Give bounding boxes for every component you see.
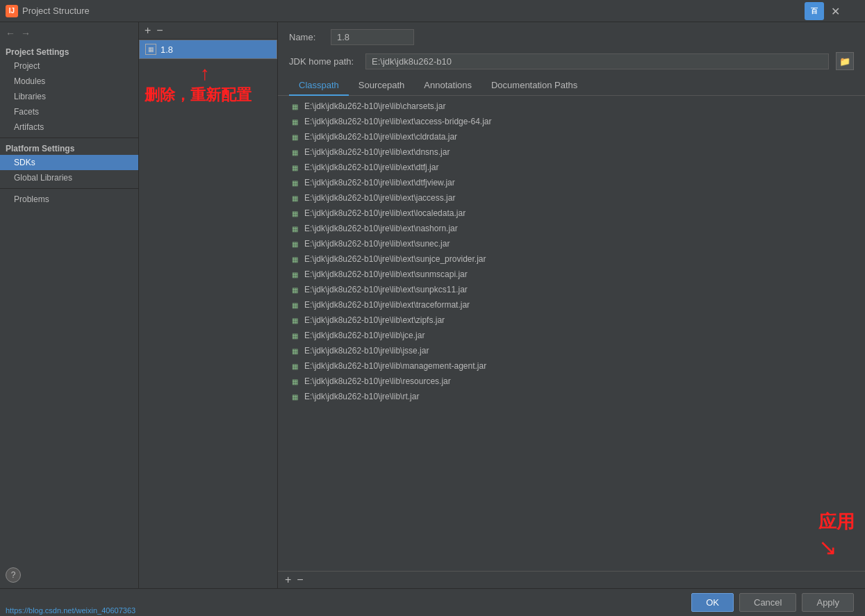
jdk-path-input[interactable] xyxy=(365,53,829,69)
sidebar-item-artifacts[interactable]: Artifacts xyxy=(0,119,138,135)
list-item[interactable]: ▦E:\jdk\jdk8u262-b10\jre\lib\ext\dtfj.ja… xyxy=(278,160,865,175)
jar-icon: ▦ xyxy=(289,192,300,203)
sdk-list-toolbar: + − xyxy=(139,22,277,40)
sidebar-item-problems[interactable]: Problems xyxy=(0,192,138,207)
url-bar: https://blog.csdn.net/weixin_40607363 xyxy=(0,605,141,616)
project-settings-header: Project Settings xyxy=(0,44,138,58)
sidebar-item-libraries[interactable]: Libraries xyxy=(0,89,138,104)
classpath-list: ▦E:\jdk\jdk8u262-b10\jre\lib\charsets.ja… xyxy=(278,96,865,571)
tabs-bar: Classpath Sourcepath Annotations Documen… xyxy=(278,76,865,96)
sidebar-item-project[interactable]: Project xyxy=(0,58,138,74)
list-item[interactable]: ▦E:\jdk\jdk8u262-b10\jre\lib\ext\cldrdat… xyxy=(278,129,865,144)
list-item[interactable]: ▦E:\jdk\jdk8u262-b10\jre\lib\jsse.jar xyxy=(278,343,865,358)
app-icon: IJ xyxy=(6,5,18,17)
name-input[interactable] xyxy=(331,29,414,45)
jar-icon: ▦ xyxy=(289,162,300,173)
jar-icon: ▦ xyxy=(289,345,300,356)
list-item[interactable]: ▦E:\jdk\jdk8u262-b10\jre\lib\ext\tracefo… xyxy=(278,297,865,313)
remove-sdk-button[interactable]: − xyxy=(155,25,164,36)
sidebar-item-facets[interactable]: Facets xyxy=(0,104,138,119)
close-button[interactable]: ✕ xyxy=(827,3,844,19)
list-item[interactable]: ▦E:\jdk\jdk8u262-b10\jre\lib\ext\zipfs.j… xyxy=(278,313,865,328)
remove-classpath-button[interactable]: − xyxy=(295,574,304,585)
jdk-path-label: JDK home path: xyxy=(289,56,359,67)
add-sdk-button[interactable]: + xyxy=(143,25,152,36)
main-layout: ← → Project Settings Project Modules Lib… xyxy=(0,22,865,588)
jar-icon: ▦ xyxy=(289,253,300,265)
top-right-icons: 百 ✕ xyxy=(805,0,844,22)
jar-icon: ▦ xyxy=(289,101,300,112)
sdk-entry-1.8[interactable]: ▦ 1.8 xyxy=(139,40,277,59)
bottom-bar: https://blog.csdn.net/weixin_40607363 OK… xyxy=(0,588,865,616)
jar-icon: ▦ xyxy=(289,116,300,127)
jar-icon: ▦ xyxy=(289,208,300,219)
title-bar: IJ Project Structure 百 ✕ xyxy=(0,0,865,22)
jar-icon: ▦ xyxy=(289,147,300,158)
tab-annotations[interactable]: Annotations xyxy=(414,76,481,96)
list-item[interactable]: ▦E:\jdk\jdk8u262-b10\jre\lib\ext\localed… xyxy=(278,206,865,221)
list-item[interactable]: ▦E:\jdk\jdk8u262-b10\jre\lib\management-… xyxy=(278,358,865,374)
jar-icon: ▦ xyxy=(289,330,300,341)
sidebar-item-global-libraries[interactable]: Global Libraries xyxy=(0,170,138,185)
folder-browse-button[interactable]: 📁 xyxy=(836,52,854,70)
list-item[interactable]: ▦E:\jdk\jdk8u262-b10\jre\lib\ext\jaccess… xyxy=(278,190,865,206)
help-button[interactable]: ? xyxy=(6,567,21,583)
tab-documentation-paths[interactable]: Documentation Paths xyxy=(481,76,587,96)
list-item[interactable]: ▦E:\jdk\jdk8u262-b10\jre\lib\ext\dnsns.j… xyxy=(278,144,865,160)
sdk-list-panel: + − ▦ 1.8 xyxy=(139,22,278,588)
tab-sourcepath[interactable]: Sourcepath xyxy=(349,76,415,96)
add-classpath-button[interactable]: + xyxy=(283,574,293,585)
sidebar: ← → Project Settings Project Modules Lib… xyxy=(0,22,139,588)
list-item[interactable]: ▦E:\jdk\jdk8u262-b10\jre\lib\ext\sunpkcs… xyxy=(278,282,865,297)
bottom-question: ? xyxy=(0,562,138,588)
jar-icon: ▦ xyxy=(289,360,300,372)
baidu-icon: 百 xyxy=(805,2,824,20)
list-item[interactable]: ▦E:\jdk\jdk8u262-b10\jre\lib\ext\dtfjvie… xyxy=(278,175,865,190)
apply-button[interactable]: Apply xyxy=(802,593,854,612)
forward-arrow[interactable]: → xyxy=(21,28,31,39)
jar-icon: ▦ xyxy=(289,299,300,310)
sidebar-item-sdks[interactable]: SDKs xyxy=(0,155,138,170)
jar-icon: ▦ xyxy=(289,131,300,142)
list-item[interactable]: ▦E:\jdk\jdk8u262-b10\jre\lib\charsets.ja… xyxy=(278,99,865,114)
content-area: Name: JDK home path: 📁 Classpath Sourcep… xyxy=(278,22,865,588)
window-title: Project Structure xyxy=(22,6,90,16)
jar-icon: ▦ xyxy=(289,315,300,326)
list-item[interactable]: ▦E:\jdk\jdk8u262-b10\jre\lib\ext\sunjce_… xyxy=(278,251,865,267)
jar-icon: ▦ xyxy=(289,391,300,402)
list-item[interactable]: ▦E:\jdk\jdk8u262-b10\jre\lib\ext\sunec.j… xyxy=(278,236,865,251)
list-toolbar: + − xyxy=(278,571,865,588)
sdk-icon: ▦ xyxy=(145,44,156,55)
name-label: Name: xyxy=(289,32,324,42)
nav-arrows: ← → xyxy=(0,25,138,42)
jdk-path-row: JDK home path: 📁 xyxy=(278,49,865,76)
sidebar-divider-2 xyxy=(0,188,138,189)
list-item[interactable]: ▦E:\jdk\jdk8u262-b10\jre\lib\ext\access-… xyxy=(278,114,865,129)
jar-icon: ▦ xyxy=(289,223,300,234)
back-arrow[interactable]: ← xyxy=(6,28,15,39)
list-item[interactable]: ▦E:\jdk\jdk8u262-b10\jre\lib\jce.jar xyxy=(278,328,865,343)
jar-icon: ▦ xyxy=(289,269,300,280)
sidebar-item-modules[interactable]: Modules xyxy=(0,74,138,89)
list-item[interactable]: ▦E:\jdk\jdk8u262-b10\jre\lib\resources.j… xyxy=(278,374,865,389)
list-item[interactable]: ▦E:\jdk\jdk8u262-b10\jre\lib\ext\sunmsca… xyxy=(278,267,865,282)
ok-button[interactable]: OK xyxy=(691,593,734,612)
platform-settings-header: Platform Settings xyxy=(0,141,138,155)
jar-icon: ▦ xyxy=(289,376,300,387)
list-item[interactable]: ▦E:\jdk\jdk8u262-b10\jre\lib\rt.jar xyxy=(278,389,865,404)
tab-classpath[interactable]: Classpath xyxy=(289,76,349,96)
jar-icon: ▦ xyxy=(289,284,300,295)
jar-icon: ▦ xyxy=(289,238,300,249)
cancel-button[interactable]: Cancel xyxy=(739,593,796,612)
sdk-entry-label: 1.8 xyxy=(160,44,173,55)
jar-icon: ▦ xyxy=(289,177,300,188)
sidebar-divider xyxy=(0,138,138,138)
list-item[interactable]: ▦E:\jdk\jdk8u262-b10\jre\lib\ext\nashorn… xyxy=(278,221,865,236)
name-row: Name: xyxy=(278,22,865,49)
